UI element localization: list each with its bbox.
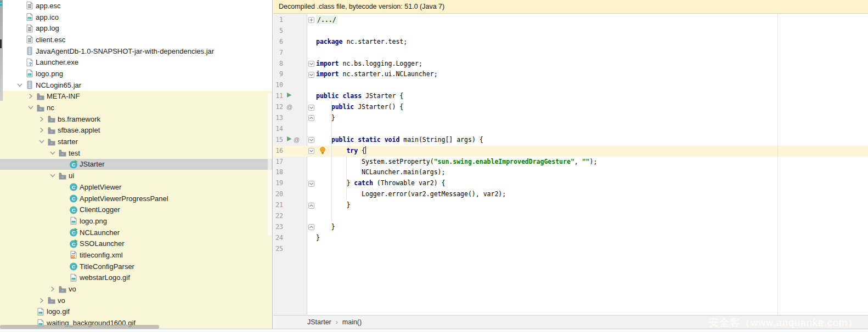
tree-row[interactable]: CJStarter <box>0 159 273 170</box>
tree-row[interactable]: <>titleconfig.xml <box>0 249 273 261</box>
code-line[interactable]: 15@ public static void main(String[] arg… <box>273 135 868 146</box>
chevron-right-icon[interactable] <box>47 285 58 294</box>
code-text: /.../ <box>316 15 868 26</box>
tree-row[interactable]: app.esc <box>0 0 273 12</box>
code-line[interactable]: 18 NCLauncher.main(args); <box>273 167 868 178</box>
keyword-token: import <box>316 70 339 78</box>
fold-open-icon[interactable] <box>308 72 314 78</box>
tree-row[interactable]: CAppletViewer <box>0 181 273 193</box>
chevron-down-icon[interactable] <box>25 104 36 112</box>
fold-open-icon[interactable] <box>308 181 314 187</box>
tree-row[interactable]: logo.png <box>0 68 273 79</box>
code-line[interactable]: 24} <box>273 233 868 244</box>
tree-item-label: app.log <box>36 24 59 32</box>
tree-row[interactable]: app.ico <box>0 12 273 23</box>
keyword-token: try <box>346 147 358 154</box>
code-line[interactable]: 20 Logger.error(var2.getMessage(), var2)… <box>273 189 868 200</box>
line-number: 20 <box>273 189 285 200</box>
tree-row[interactable]: app.log <box>0 22 273 34</box>
tree-row[interactable]: nc <box>0 102 273 113</box>
code-token: nc.bs.logging.Logger; <box>339 60 422 67</box>
code-line[interactable]: 22 <box>273 211 868 222</box>
code-line[interactable]: 25 <box>273 244 868 255</box>
code-line[interactable]: 5 <box>273 26 868 37</box>
chevron-spacer <box>58 182 69 191</box>
chevron-right-icon[interactable] <box>25 92 36 101</box>
code-line[interactable]: 7 <box>273 48 868 59</box>
tree-row[interactable]: JavaAgentDb-1.0-SNAPSHOT-jar-with-depend… <box>0 45 273 57</box>
chevron-spacer <box>58 194 69 203</box>
line-number: 23 <box>273 222 285 233</box>
breadcrumb-method[interactable]: main() <box>342 318 362 326</box>
code-line[interactable]: 14 <box>273 124 868 135</box>
run-arrow-icon[interactable] <box>286 91 292 102</box>
code-line[interactable]: 1/.../ <box>273 15 868 26</box>
fold-plus-icon[interactable] <box>308 17 314 23</box>
fold-open-icon[interactable] <box>308 148 314 154</box>
fold-close-icon[interactable] <box>308 224 314 230</box>
tree-row[interactable]: starter <box>0 136 273 147</box>
breadcrumb-bar: JStarter › main() 安全客（www.anquanke.com） <box>273 315 868 329</box>
tree-vertical-scrollbar[interactable] <box>268 93 272 236</box>
tree-row[interactable]: ?Launcher.exe <box>0 56 273 68</box>
code-line[interactable]: 21 } <box>273 200 868 211</box>
code-line[interactable]: 13 } <box>273 113 868 124</box>
tree-row[interactable]: webstarLogo.gif <box>0 272 273 284</box>
tree-row[interactable]: test <box>0 147 273 159</box>
tree-row[interactable]: client.esc <box>0 34 273 45</box>
folder-icon <box>58 171 67 180</box>
fold-close-icon[interactable] <box>308 115 314 121</box>
code-line[interactable]: 17 System.setProperty("sun.swing.enableI… <box>273 157 868 168</box>
code-line[interactable]: 12@ public JStarter() { <box>273 102 868 113</box>
chevron-right-icon[interactable] <box>36 296 47 305</box>
tree-row[interactable]: vo <box>0 295 273 306</box>
breadcrumb-class[interactable]: JStarter <box>307 318 331 326</box>
fold-open-icon[interactable] <box>308 105 314 111</box>
fold-close-icon[interactable] <box>308 203 314 209</box>
tree-item-label: titleconfig.xml <box>80 251 123 259</box>
fold-open-icon[interactable] <box>308 137 314 143</box>
chevron-down-icon[interactable] <box>47 171 58 180</box>
tree-row[interactable]: logo.gif <box>0 306 273 318</box>
tree-row[interactable]: NCLogin65.jar <box>0 79 273 91</box>
chevron-right-icon[interactable] <box>36 126 47 135</box>
line-number: 10 <box>273 80 285 91</box>
tree-row[interactable]: CSSOLauncher <box>0 238 273 249</box>
fold-open-icon[interactable] <box>308 61 314 67</box>
tree-row[interactable]: CAppletViewerProgressPanel <box>0 193 273 204</box>
tree-row[interactable]: CTitleConfigParser <box>0 261 273 272</box>
tree-row[interactable]: ui <box>0 170 273 181</box>
image-file-icon <box>25 69 34 78</box>
tree-row[interactable]: META-INF <box>0 91 273 102</box>
run-arrow-icon[interactable] <box>286 135 292 146</box>
tree-item-label: Launcher.exe <box>36 58 78 66</box>
gutter-marks <box>285 91 300 102</box>
tree-row[interactable]: sfbase.applet <box>0 125 273 136</box>
code-token: ); <box>590 158 598 165</box>
code-line[interactable]: 23 } <box>273 222 868 233</box>
tree-row[interactable]: CClientLogger <box>0 204 273 215</box>
chevron-down-icon[interactable] <box>36 138 47 146</box>
gutter-marks <box>285 211 300 222</box>
gutter-marks <box>285 124 300 135</box>
tree-row[interactable]: CNCLauncher <box>0 227 273 238</box>
chevron-down-icon[interactable] <box>47 148 58 157</box>
code-line[interactable]: 10 <box>273 80 868 91</box>
chevron-right-icon[interactable] <box>36 115 47 123</box>
code-line[interactable]: 19 } catch (Throwable var2) { <box>273 178 868 189</box>
tree-horizontal-scrollbar[interactable] <box>0 325 159 329</box>
code-editor[interactable]: 1/.../56package nc.starter.test;78import… <box>273 14 868 315</box>
line-number: 5 <box>273 26 285 37</box>
tree-item-label: test <box>69 149 80 157</box>
code-line[interactable]: 6package nc.starter.test; <box>273 37 868 48</box>
tree-row[interactable]: logo.png <box>0 215 273 227</box>
tree-row[interactable]: vo <box>0 283 273 295</box>
tree-row[interactable]: bs.framework <box>0 113 273 125</box>
tree-item-label: JStarter <box>80 160 105 168</box>
code-line[interactable]: 11public class JStarter { <box>273 91 868 102</box>
code-line[interactable]: 9import nc.starter.ui.NCLauncher; <box>273 69 868 80</box>
chevron-down-icon[interactable] <box>14 81 25 89</box>
code-line[interactable]: 8import nc.bs.logging.Logger; <box>273 59 868 70</box>
tool-window-stripe <box>0 0 3 101</box>
code-line[interactable]: 16 try { <box>273 146 868 157</box>
